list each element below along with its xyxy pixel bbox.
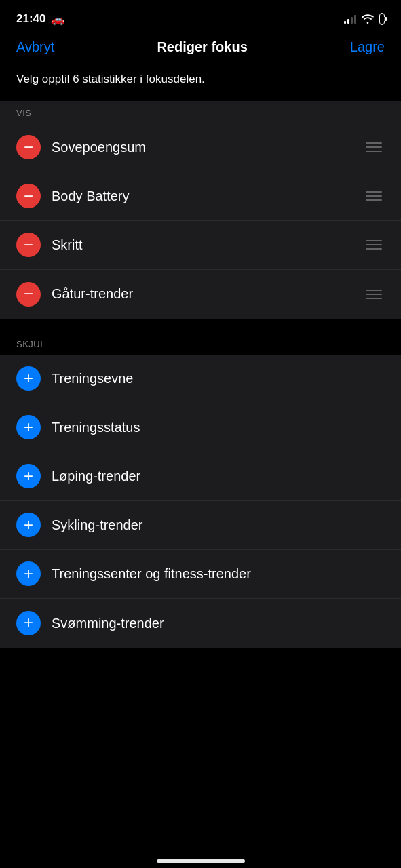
status-time: 21:40 🚗: [16, 12, 64, 26]
wifi-icon: [362, 14, 374, 24]
list-item: + Løping-trender: [0, 452, 401, 501]
list-item: + Treningssenter og fitness-trender: [0, 550, 401, 599]
item-label-sovepoengsum: Sovepoengsum: [52, 140, 363, 155]
drag-handle-sovepoengsum[interactable]: [363, 140, 385, 155]
vis-list: − Sovepoengsum − Body Battery − Skritt: [0, 123, 401, 319]
remove-button-sovepoengsum[interactable]: −: [16, 135, 41, 159]
section-spacer: [0, 319, 401, 332]
add-button-treningssenter[interactable]: +: [16, 561, 41, 586]
add-button-loping-trender[interactable]: +: [16, 464, 41, 488]
list-item: − Gåtur-trender: [0, 270, 401, 319]
signal-icon: [344, 14, 356, 24]
item-label-treningsstatus: Treningsstatus: [52, 418, 385, 436]
battery-icon: 63: [379, 13, 385, 25]
drag-handle-skritt[interactable]: [363, 237, 385, 252]
skjul-list: + Treningsevne + Treningsstatus + Løping…: [0, 355, 401, 648]
plus-icon: +: [24, 419, 33, 435]
add-button-treningsevne[interactable]: +: [16, 366, 41, 391]
skjul-section-header: SKJUL: [0, 332, 401, 355]
plus-icon: +: [24, 468, 33, 484]
cancel-button[interactable]: Avbryt: [16, 39, 54, 55]
add-button-treningsstatus[interactable]: +: [16, 415, 41, 439]
list-item: + Sykling-trender: [0, 501, 401, 550]
status-bar: 21:40 🚗 63: [0, 0, 401, 34]
remove-button-body-battery[interactable]: −: [16, 184, 41, 208]
item-label-body-battery: Body Battery: [52, 189, 363, 204]
item-label-gatur-trender: Gåtur-trender: [52, 286, 363, 302]
item-label-treningsevne: Treningsevne: [52, 370, 385, 387]
add-button-sykling-trender[interactable]: +: [16, 513, 41, 537]
plus-icon: +: [24, 370, 33, 387]
home-indicator: [157, 859, 245, 863]
subtitle-text: Velg opptil 6 statistikker i fokusdelen.: [0, 66, 401, 101]
drag-handle-gatur-trender[interactable]: [363, 287, 385, 302]
drag-handle-body-battery[interactable]: [363, 189, 385, 203]
page-title: Rediger fokus: [157, 39, 247, 55]
list-item: + Svømming-trender: [0, 599, 401, 648]
list-item: − Skritt: [0, 221, 401, 270]
minus-icon: −: [24, 188, 33, 204]
minus-icon: −: [24, 285, 33, 302]
plus-icon: +: [24, 614, 33, 631]
list-item: + Treningsevne: [0, 355, 401, 403]
item-label-treningssenter: Treningssenter og fitness-trender: [52, 565, 385, 583]
plus-icon: +: [24, 517, 33, 533]
item-label-sykling-trender: Sykling-trender: [52, 516, 385, 534]
remove-button-skritt[interactable]: −: [16, 233, 41, 257]
plus-icon: +: [24, 566, 33, 582]
vis-section-header: VIS: [0, 101, 401, 123]
nav-bar: Avbryt Rediger fokus Lagre: [0, 34, 401, 66]
car-icon: 🚗: [51, 13, 64, 26]
remove-button-gatur-trender[interactable]: −: [16, 282, 41, 307]
list-item: − Sovepoengsum: [0, 123, 401, 172]
add-button-svomming-trender[interactable]: +: [16, 611, 41, 635]
status-icons: 63: [344, 13, 385, 25]
item-label-skritt: Skritt: [52, 237, 363, 253]
item-label-loping-trender: Løping-trender: [52, 467, 385, 485]
list-item: + Treningsstatus: [0, 403, 401, 452]
minus-icon: −: [24, 139, 33, 155]
save-button[interactable]: Lagre: [350, 39, 385, 55]
item-label-svomming-trender: Svømming-trender: [52, 614, 385, 632]
list-item: − Body Battery: [0, 172, 401, 221]
minus-icon: −: [24, 237, 33, 253]
